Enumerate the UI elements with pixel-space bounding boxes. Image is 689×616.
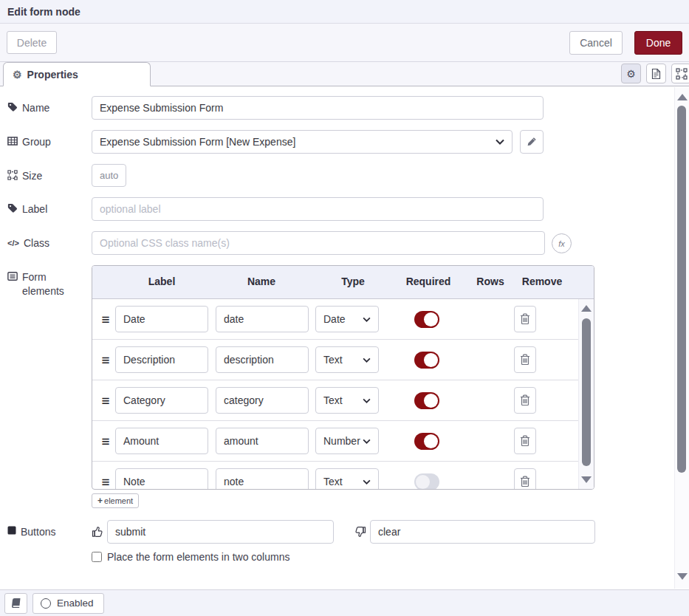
fx-icon: fx [558, 239, 565, 248]
add-element-button[interactable]: +element [92, 493, 139, 508]
thumbs-up-icon [92, 526, 103, 538]
clear-button-input[interactable] [370, 520, 595, 544]
required-toggle[interactable] [414, 433, 439, 450]
group-select[interactable]: Expense Submission Form [New Expense] [92, 130, 513, 154]
element-name-input[interactable] [216, 468, 309, 489]
thumbs-down-icon [354, 526, 366, 538]
add-element-row: +element [0, 493, 674, 508]
element-name-input[interactable] [216, 346, 309, 373]
chevron-down-icon [363, 357, 371, 363]
required-toggle[interactable] [414, 352, 439, 369]
delete-button[interactable]: Delete [7, 31, 57, 54]
element-name-input[interactable] [216, 428, 309, 454]
two-columns-checkbox[interactable] [92, 552, 102, 562]
buttons-label: Buttons [7, 520, 92, 539]
scroll-up-arrow[interactable] [677, 94, 688, 100]
element-label-input[interactable] [115, 346, 208, 373]
required-toggle[interactable] [414, 392, 439, 409]
properties-tab-button[interactable]: ⚙ [621, 64, 641, 83]
appearance-tab-button[interactable] [671, 64, 689, 83]
element-name-input[interactable] [216, 387, 309, 414]
object-group-icon [676, 68, 688, 80]
element-label-input[interactable] [115, 428, 208, 454]
element-type-select[interactable]: Text [315, 468, 379, 489]
square-icon [7, 526, 16, 535]
resize-icon [7, 170, 18, 180]
required-toggle[interactable] [414, 311, 439, 328]
toggle-knob [424, 434, 438, 448]
element-label-input[interactable] [115, 306, 208, 332]
remove-element-button[interactable] [514, 306, 536, 332]
scroll-up-arrow[interactable] [581, 305, 592, 312]
drag-handle-icon[interactable]: ≡ [98, 312, 113, 326]
drag-handle-icon[interactable]: ≡ [98, 394, 113, 408]
remove-element-button[interactable] [514, 387, 536, 414]
name-input[interactable] [92, 96, 544, 120]
enabled-toggle-button[interactable]: Enabled [32, 593, 104, 614]
edit-group-button[interactable] [520, 130, 544, 154]
class-input[interactable] [92, 231, 545, 255]
col-rows: Rows [476, 276, 504, 287]
remove-element-button[interactable] [514, 468, 536, 489]
label-label: Label [7, 197, 92, 216]
drag-handle-icon[interactable]: ≡ [98, 434, 113, 448]
scroll-down-arrow[interactable] [581, 476, 592, 483]
element-name-input[interactable] [216, 306, 309, 332]
enabled-label: Enabled [57, 598, 94, 609]
trash-icon [520, 476, 530, 487]
toggle-knob [424, 353, 438, 367]
trash-icon [520, 354, 530, 366]
form-elements-table: Label Name Type Required Rows Remove ≡ D… [92, 265, 594, 490]
element-type-select[interactable]: Date [315, 306, 379, 332]
tab-properties[interactable]: ⚙ Properties [3, 62, 151, 86]
done-button[interactable]: Done [634, 31, 682, 55]
table-scrollbar-thumb[interactable] [582, 318, 591, 466]
table-row: ≡ Date [92, 299, 580, 340]
table-scrollbar[interactable] [578, 299, 594, 489]
cancel-button[interactable]: Cancel [569, 31, 623, 55]
submit-button-input[interactable] [107, 520, 334, 544]
table-header: Label Name Type Required Rows Remove [92, 266, 594, 299]
chevron-down-icon [363, 398, 371, 403]
tab-actions: ⚙ [621, 64, 689, 83]
element-type-select[interactable]: Text [315, 387, 379, 414]
element-label-input[interactable] [115, 387, 208, 414]
chevron-down-icon [363, 317, 371, 322]
drag-handle-icon[interactable]: ≡ [98, 475, 113, 489]
remove-element-button[interactable] [514, 428, 536, 454]
col-required: Required [406, 276, 451, 287]
list-icon [7, 271, 18, 281]
required-toggle[interactable] [414, 473, 439, 490]
size-auto-button[interactable]: auto [92, 164, 126, 187]
main-scrollbar-thumb[interactable] [677, 106, 686, 473]
table-body: ≡ Date ≡ [92, 299, 594, 489]
description-tab-button[interactable] [646, 64, 666, 83]
plus-icon: + [97, 496, 103, 506]
col-type: Type [341, 276, 365, 287]
trash-icon [520, 394, 530, 406]
fx-button[interactable]: fx [552, 233, 572, 253]
form-elements-label: Form elements [7, 265, 92, 298]
size-row: Size auto [0, 164, 674, 187]
node-info-button[interactable] [4, 593, 27, 614]
chevron-down-icon [363, 439, 371, 444]
element-label-input[interactable] [115, 468, 208, 489]
drag-handle-icon[interactable]: ≡ [98, 353, 113, 367]
document-icon [651, 68, 662, 80]
class-label: </> Class [7, 231, 92, 250]
toggle-knob [424, 394, 438, 408]
element-type-select[interactable]: Text [315, 346, 379, 373]
main-scrollbar[interactable] [674, 87, 689, 589]
label-input[interactable] [92, 197, 544, 221]
dialog-header: Edit form node [0, 0, 689, 24]
col-remove: Remove [522, 276, 562, 287]
table-row: ≡ Number [92, 421, 580, 462]
circle-icon [41, 598, 51, 609]
chevron-down-icon [496, 139, 504, 145]
element-type-select[interactable]: Number [315, 428, 379, 454]
scroll-down-arrow[interactable] [677, 573, 688, 580]
dialog-footer: Enabled [0, 589, 689, 616]
two-columns-label: Place the form elements in two columns [107, 551, 289, 563]
trash-icon [520, 313, 530, 325]
remove-element-button[interactable] [514, 346, 536, 373]
